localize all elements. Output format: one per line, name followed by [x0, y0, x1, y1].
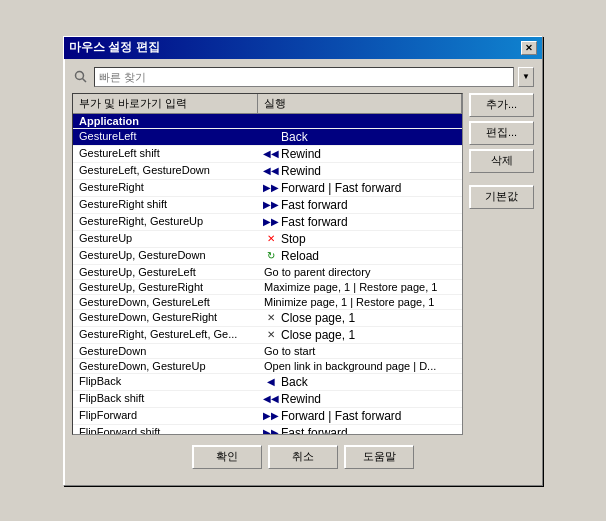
gesture-cell: GestureLeft shift: [73, 146, 258, 162]
action-cell: Go to parent directory: [258, 265, 462, 279]
action-cell: ◀◀ Rewind: [258, 146, 462, 162]
rewind-icon: ◀◀: [264, 164, 278, 178]
back-icon: ◀: [264, 375, 278, 389]
table-row[interactable]: GestureLeft shift◀◀ Rewind: [73, 146, 462, 163]
close-button[interactable]: ✕: [521, 41, 537, 55]
table-row[interactable]: GestureRight▶▶ Forward | Fast forward: [73, 180, 462, 197]
gesture-cell: GestureRight, GestureLeft, Ge...: [73, 327, 258, 343]
table-row[interactable]: GestureUp✕ Stop: [73, 231, 462, 248]
action-cell: Maximize page, 1 | Restore page, 1: [258, 280, 462, 294]
gesture-cell: FlipBack: [73, 374, 258, 390]
action-cell: ◀◀ Rewind: [258, 163, 462, 179]
action-cell: ✕ Close page, 1: [258, 327, 462, 343]
action-cell: ▶▶ Fast forward: [258, 197, 462, 213]
gesture-cell: GestureDown, GestureLeft: [73, 295, 258, 309]
forward-icon: ▶▶: [264, 181, 278, 195]
action-cell: Minimize page, 1 | Restore page, 1: [258, 295, 462, 309]
action-cell: ✕ Stop: [258, 231, 462, 247]
forward-icon: ▶▶: [264, 426, 278, 434]
gesture-cell: FlipForward shift: [73, 425, 258, 434]
table-row[interactable]: GestureLeft, GestureDown◀◀ Rewind: [73, 163, 462, 180]
action-cell: ◀ Back: [258, 374, 462, 390]
table-row[interactable]: GestureUp, GestureLeftGo to parent direc…: [73, 265, 462, 280]
gesture-cell: FlipForward: [73, 408, 258, 424]
gesture-cell: GestureDown: [73, 344, 258, 358]
table-row[interactable]: GestureRight, GestureUp▶▶ Fast forward: [73, 214, 462, 231]
forward-icon: ▶▶: [264, 409, 278, 423]
table-row[interactable]: Application: [73, 114, 462, 129]
search-icon: [72, 68, 90, 86]
action-cell: ◀◀ Rewind: [258, 391, 462, 407]
stop-icon: ✕: [264, 232, 278, 246]
table-row[interactable]: FlipBack◀ Back: [73, 374, 462, 391]
svg-line-1: [83, 78, 87, 82]
edit-button[interactable]: 편집...: [469, 121, 534, 145]
svg-point-0: [76, 71, 84, 79]
gesture-cell: GestureDown, GestureUp: [73, 359, 258, 373]
table-row[interactable]: GestureUp, GestureDown↻ Reload: [73, 248, 462, 265]
table-row[interactable]: GestureRight, GestureLeft, Ge...✕ Close …: [73, 327, 462, 344]
gesture-cell: GestureUp, GestureLeft: [73, 265, 258, 279]
gesture-table: 부가 및 바로가기 입력 실행 ApplicationGestureLeft◀ …: [72, 93, 463, 435]
table-row[interactable]: FlipForward shift▶▶ Fast forward: [73, 425, 462, 434]
action-cell: ▶▶ Forward | Fast forward: [258, 180, 462, 196]
header-action: 실행: [258, 94, 462, 113]
rewind-icon: ◀◀: [264, 147, 278, 161]
back-icon: ◀: [264, 130, 278, 144]
table-row[interactable]: GestureDown, GestureUpOpen link in backg…: [73, 359, 462, 374]
action-cell: Go to start: [258, 344, 462, 358]
table-row[interactable]: GestureUp, GestureRightMaximize page, 1 …: [73, 280, 462, 295]
gesture-cell: GestureLeft, GestureDown: [73, 163, 258, 179]
action-cell: ▶▶ Fast forward: [258, 214, 462, 230]
main-window: 마우스 설정 편집 ✕ ▼ 부가 및 바로가기 입력 실행: [63, 36, 543, 486]
delete-button[interactable]: 삭제: [469, 149, 534, 173]
gesture-cell: GestureRight shift: [73, 197, 258, 213]
table-row[interactable]: FlipBack shift◀◀ Rewind: [73, 391, 462, 408]
window-body: ▼ 부가 및 바로가기 입력 실행 ApplicationGestureLeft…: [64, 59, 542, 485]
default-button[interactable]: 기본값: [469, 185, 534, 209]
help-button[interactable]: 도움말: [344, 445, 414, 469]
action-cell: ▶▶ Fast forward: [258, 425, 462, 434]
window-title: 마우스 설정 편집: [69, 39, 160, 56]
header-gesture: 부가 및 바로가기 입력: [73, 94, 258, 113]
gesture-cell: GestureDown, GestureRight: [73, 310, 258, 326]
action-cell: ↻ Reload: [258, 248, 462, 264]
title-bar-controls: ✕: [521, 41, 537, 55]
action-cell: Open link in background page | D...: [258, 359, 462, 373]
add-button[interactable]: 추가...: [469, 93, 534, 117]
title-bar: 마우스 설정 편집 ✕: [64, 37, 542, 59]
forward-icon: ▶▶: [264, 215, 278, 229]
action-cell: ◀ Back: [258, 129, 462, 145]
footer: 확인 취소 도움말: [72, 435, 534, 477]
main-content-row: 부가 및 바로가기 입력 실행 ApplicationGestureLeft◀ …: [72, 93, 534, 435]
table-row[interactable]: GestureRight shift▶▶ Fast forward: [73, 197, 462, 214]
table-header: 부가 및 바로가기 입력 실행: [73, 94, 462, 114]
cancel-button[interactable]: 취소: [268, 445, 338, 469]
forward-icon: ▶▶: [264, 198, 278, 212]
close-icon: ✕: [264, 311, 278, 325]
search-row: ▼: [72, 67, 534, 87]
table-row[interactable]: GestureDown, GestureRight✕ Close page, 1: [73, 310, 462, 327]
rewind-icon: ◀◀: [264, 392, 278, 406]
search-dropdown-button[interactable]: ▼: [518, 67, 534, 87]
reload-icon: ↻: [264, 249, 278, 263]
table-row[interactable]: FlipForward▶▶ Forward | Fast forward: [73, 408, 462, 425]
search-input[interactable]: [94, 67, 514, 87]
action-cell: [258, 114, 462, 128]
gesture-cell: FlipBack shift: [73, 391, 258, 407]
gesture-cell: GestureRight: [73, 180, 258, 196]
table-body[interactable]: ApplicationGestureLeft◀ BackGestureLeft …: [73, 114, 462, 434]
table-row[interactable]: GestureLeft◀ Back: [73, 129, 462, 146]
action-cell: ✕ Close page, 1: [258, 310, 462, 326]
close-icon: ✕: [264, 328, 278, 342]
gesture-cell: GestureRight, GestureUp: [73, 214, 258, 230]
table-row[interactable]: GestureDown, GestureLeftMinimize page, 1…: [73, 295, 462, 310]
confirm-button[interactable]: 확인: [192, 445, 262, 469]
side-buttons-panel: 추가... 편집... 삭제 기본값: [469, 93, 534, 435]
table-row[interactable]: GestureDownGo to start: [73, 344, 462, 359]
gesture-cell: Application: [73, 114, 258, 128]
gesture-cell: GestureUp, GestureDown: [73, 248, 258, 264]
action-cell: ▶▶ Forward | Fast forward: [258, 408, 462, 424]
gesture-cell: GestureLeft: [73, 129, 258, 145]
gesture-cell: GestureUp: [73, 231, 258, 247]
